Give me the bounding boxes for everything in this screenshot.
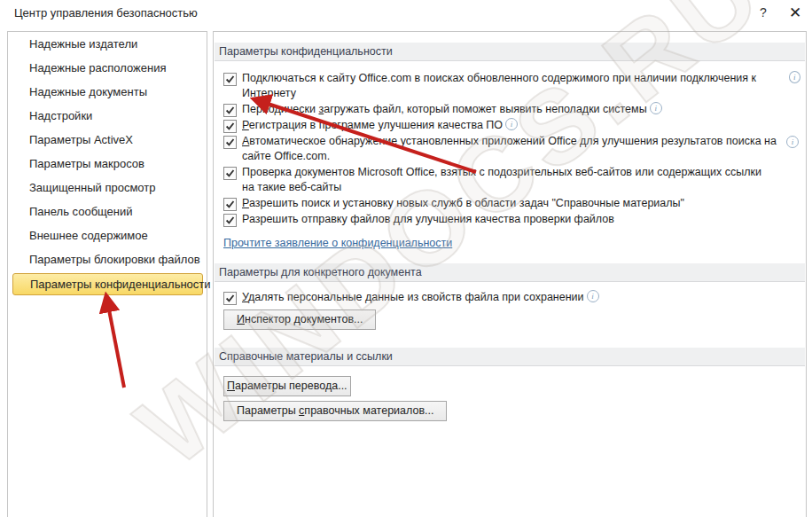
checkbox-checked[interactable] [223,167,237,180]
section-header-document-specific: Параметры для конкретного документа [215,263,805,282]
sidebar-item-trusted-locations[interactable]: Надежные расположения [8,56,207,80]
checkbox-row: Регистрация в программе улучшения качест… [223,118,800,133]
info-icon[interactable]: i [505,118,518,130]
checkbox-checked[interactable] [223,136,237,149]
checkbox-label[interactable]: Проверка документов Microsoft Office, вз… [242,165,765,195]
sidebar-item-macro-settings[interactable]: Параметры макросов [8,152,207,176]
translation-options-button[interactable]: Параметры перевода... [223,376,351,396]
privacy-statement-link[interactable]: Прочтите заявление о конфиденциальности [223,237,452,249]
checkbox-label[interactable]: Регистрация в программе улучшения качест… [242,118,503,133]
sidebar-item-trusted-documents[interactable]: Надежные документы [8,80,207,104]
section-header-research-reference: Справочные материалы и ссылки [215,348,805,366]
trust-center-dialog: Центр управления безопасностью ? ✕ Надеж… [0,0,812,517]
dialog-title: Центр управления безопасностью [14,6,198,20]
checkbox-checked[interactable] [223,292,237,305]
section-header-privacy-options: Параметры конфиденциальности [215,43,805,61]
document-checkbox-list: Удалять персональные данные из свойств ф… [214,282,806,305]
sidebar-item-file-block-settings[interactable]: Параметры блокировки файлов [8,247,207,271]
sidebar-item-protected-view[interactable]: Защищенный просмотр [8,176,207,200]
sidebar-item-trusted-publishers[interactable]: Надежные издатели [8,32,207,56]
checkbox-checked[interactable] [223,104,237,117]
sidebar-item-activex-settings[interactable]: Параметры ActiveX [8,128,207,152]
checkbox-row: Автоматическое обнаружение установленных… [223,134,800,164]
checkbox-label[interactable]: Периодически загружать файл, который пом… [242,102,647,117]
sidebar: Надежные издатели Надежные расположения … [7,31,207,517]
checkbox-label[interactable]: Разрешить отправку файлов для улучшения … [242,212,614,227]
checkbox-row: Подключаться к сайту Office.com в поиска… [223,71,800,101]
checkbox-row: Периодически загружать файл, который пом… [223,102,800,117]
sidebar-item-addins[interactable]: Надстройки [8,104,207,128]
info-icon[interactable]: i [789,71,800,83]
checkbox-row: Разрешить отправку файлов для улучшения … [223,212,800,227]
info-icon[interactable]: i [587,290,599,302]
checkbox-row: Проверка документов Microsoft Office, вз… [223,165,800,195]
checkbox-label[interactable]: Подключаться к сайту Office.com в поиска… [242,71,786,101]
close-icon[interactable]: ✕ [785,4,805,22]
sidebar-item-message-bar[interactable]: Панель сообщений [8,200,207,223]
checkbox-checked[interactable] [223,198,237,211]
info-icon[interactable]: i [786,136,799,148]
checkbox-label[interactable]: Разрешить поиск и установку новых служб … [242,196,684,211]
privacy-checkbox-list: Подключаться к сайту Office.com в поиска… [214,61,806,227]
checkbox-row: Разрешить поиск и установку новых служб … [223,196,800,211]
sidebar-item-privacy-options[interactable]: Параметры конфиденциальности [12,273,203,295]
info-icon[interactable]: i [650,102,662,114]
research-options-button[interactable]: Параметры справочных материалов... [223,401,447,421]
checkbox-checked[interactable] [223,120,237,133]
checkbox-label[interactable]: Удалять персональные данные из свойств ф… [242,290,584,305]
help-icon[interactable]: ? [755,5,771,20]
sidebar-item-external-content[interactable]: Внешнее содержимое [8,223,207,247]
checkbox-checked[interactable] [223,73,237,86]
checkbox-checked[interactable] [223,214,237,227]
document-inspector-button[interactable]: Инспектор документов... [223,309,376,330]
title-bar: Центр управления безопасностью ? ✕ [0,0,812,28]
checkbox-label[interactable]: Автоматическое обнаружение установленных… [242,134,781,164]
checkbox-row: Удалять персональные данные из свойств ф… [223,290,800,305]
main-panel: Параметры конфиденциальности Подключатьс… [213,31,807,517]
